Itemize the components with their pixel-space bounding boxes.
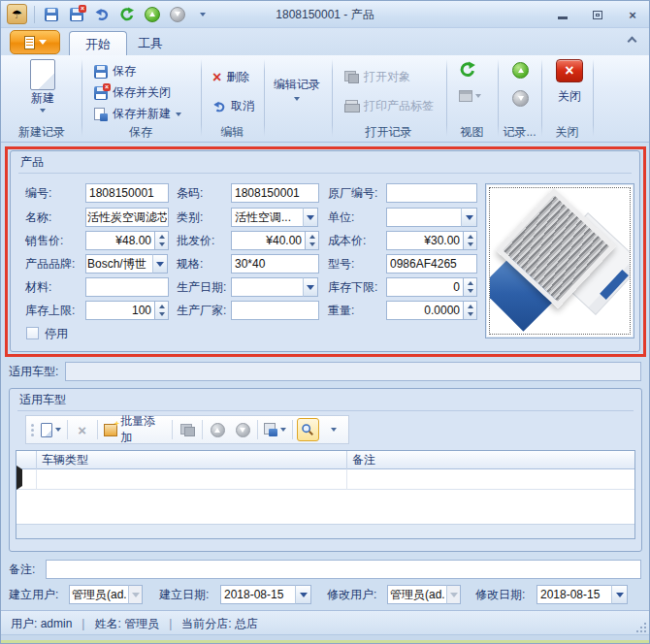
name-label: 名称:	[25, 208, 51, 227]
spec-label: 规格:	[177, 254, 203, 274]
modified-date-label: 修改日期:	[475, 585, 525, 604]
chevron-down-icon	[294, 97, 300, 101]
vehicle-type-cell[interactable]	[37, 469, 347, 490]
category-label: 类别:	[177, 208, 203, 227]
refresh-icon[interactable]	[117, 5, 137, 24]
product-image	[489, 187, 631, 335]
delete-button[interactable]: × 删除	[209, 67, 253, 87]
save-button[interactable]: 保存	[90, 61, 140, 81]
minimize-button[interactable]	[556, 9, 569, 20]
status-bar: 用户: admin | 姓名: 管理员 | 当前分店: 总店	[1, 610, 649, 636]
code-label: 编号:	[25, 183, 51, 203]
divider	[18, 173, 632, 174]
cost-price-spinner[interactable]	[464, 231, 477, 250]
name-input[interactable]	[85, 208, 169, 227]
cancel-button[interactable]: 取消	[209, 96, 258, 116]
applicable-summary-input[interactable]	[65, 362, 641, 381]
code-input[interactable]	[85, 183, 169, 203]
separator: |	[81, 617, 84, 630]
oem-input[interactable]	[386, 183, 477, 203]
new-button[interactable]: 新建	[18, 59, 67, 113]
wholesale-input[interactable]	[231, 231, 306, 250]
prod-date-label: 生产日期:	[177, 277, 226, 297]
close-button[interactable]: × 关闭	[550, 59, 589, 105]
group-label-save: 保存	[81, 125, 200, 139]
qat-customize-icon[interactable]	[193, 5, 212, 24]
model-input[interactable]	[386, 254, 477, 274]
material-input[interactable]	[85, 277, 169, 297]
search-toggle-button[interactable]	[297, 418, 320, 441]
category-dropdown-button[interactable]	[303, 208, 318, 227]
category-input[interactable]	[231, 208, 304, 227]
toolbar-overflow-button[interactable]	[323, 418, 344, 441]
group-label-edit: 编辑	[201, 125, 264, 139]
prod-date-dropdown-button[interactable]	[303, 277, 318, 297]
umbrella-icon: ☂	[12, 8, 22, 21]
manufacturer-input[interactable]	[231, 301, 319, 320]
sale-price-input[interactable]	[85, 231, 155, 250]
stock-max-spinner[interactable]	[155, 301, 169, 320]
model-label: 型号:	[328, 254, 354, 274]
print-label-button: 打印产品标签	[341, 96, 438, 116]
remark-input[interactable]	[46, 560, 641, 579]
restore-button[interactable]	[591, 9, 604, 20]
tab-home[interactable]: 开始	[69, 31, 127, 55]
applicable-group-title: 适用车型	[19, 392, 66, 408]
save-close-icon[interactable]: ×	[67, 5, 86, 24]
save-close-button[interactable]: × 保存并关闭	[90, 82, 175, 103]
modified-date-dropdown-button[interactable]	[611, 585, 628, 604]
save-icon[interactable]	[42, 5, 61, 24]
refresh-view-button[interactable]	[455, 59, 480, 80]
chevron-down-icon	[176, 113, 181, 116]
prev-record-button[interactable]	[508, 60, 533, 80]
remark-header[interactable]: 备注	[347, 451, 634, 469]
tab-tools[interactable]: 工具	[122, 31, 179, 55]
app-menu-button[interactable]	[10, 30, 60, 54]
delete-icon: ×	[78, 422, 86, 438]
export-button[interactable]	[262, 418, 288, 441]
created-by-input[interactable]	[69, 585, 129, 604]
new-label: 新建	[31, 90, 54, 107]
down-record-icon[interactable]	[168, 5, 187, 24]
stock-min-input[interactable]	[386, 277, 464, 297]
prod-date-input[interactable]	[231, 277, 304, 297]
resize-grip[interactable]	[636, 623, 646, 632]
wholesale-spinner[interactable]	[306, 231, 319, 250]
separator	[34, 6, 35, 23]
up-record-icon[interactable]	[143, 5, 162, 24]
batch-add-button[interactable]: 批量添加	[102, 418, 169, 441]
weight-spinner[interactable]	[464, 301, 477, 320]
brand-input[interactable]	[85, 254, 153, 274]
brand-dropdown-button[interactable]	[152, 254, 168, 274]
disabled-checkbox[interactable]	[26, 327, 39, 339]
row-selector-cell[interactable]	[16, 469, 37, 490]
unit-input[interactable]	[386, 208, 462, 227]
vehicle-type-header[interactable]: 车辆类型	[37, 451, 347, 469]
add-row-button[interactable]	[39, 418, 63, 441]
barcode-input[interactable]	[231, 183, 319, 203]
toolbar-grip[interactable]	[30, 424, 35, 436]
close-window-button[interactable]: ×	[626, 9, 639, 20]
collapse-ribbon-icon[interactable]	[626, 36, 637, 46]
edit-record-button[interactable]: 编辑记录	[267, 77, 327, 101]
cost-price-input[interactable]	[386, 231, 464, 250]
undo-icon[interactable]	[92, 5, 112, 24]
spec-input[interactable]	[231, 254, 319, 274]
table-row[interactable]	[16, 469, 634, 490]
stock-max-input[interactable]	[85, 301, 155, 320]
unit-dropdown-button[interactable]	[461, 208, 477, 227]
modified-date-input[interactable]	[536, 585, 612, 604]
modified-by-dropdown-button	[446, 585, 461, 604]
new-page-icon	[41, 423, 52, 437]
save-new-button[interactable]: 保存并新建	[90, 104, 185, 124]
separator	[292, 420, 293, 439]
weight-input[interactable]	[386, 301, 464, 320]
sale-price-spinner[interactable]	[155, 231, 169, 250]
created-date-dropdown-button[interactable]	[295, 585, 311, 604]
stock-min-spinner[interactable]	[464, 277, 477, 297]
sale-price-label: 销售价:	[25, 231, 63, 250]
created-date-input[interactable]	[220, 585, 296, 604]
product-image-panel[interactable]	[485, 183, 634, 338]
modified-by-input[interactable]	[387, 585, 447, 604]
remark-cell[interactable]	[347, 469, 634, 490]
